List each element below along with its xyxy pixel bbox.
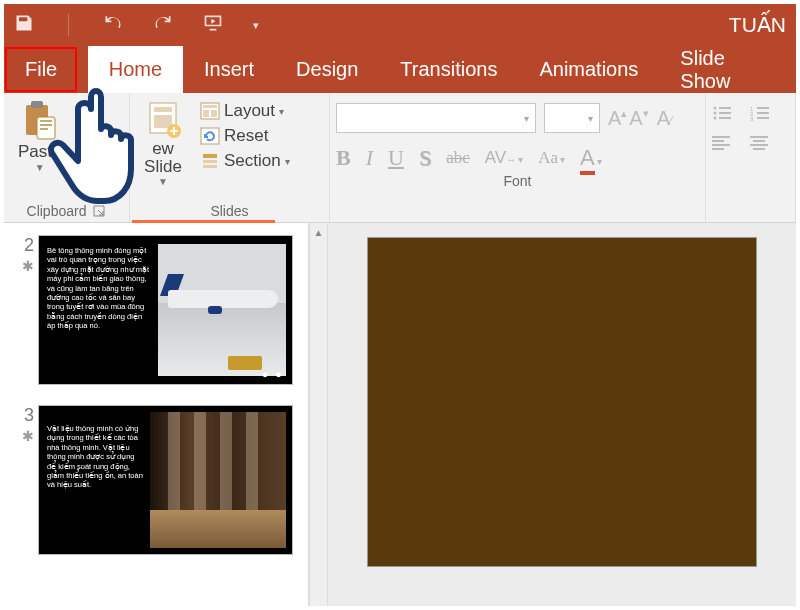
chevron-down-icon: ▼ xyxy=(158,176,168,187)
font-color-button[interactable]: A xyxy=(580,145,602,171)
slide2-image xyxy=(158,244,286,376)
tab-home[interactable]: Home xyxy=(88,46,183,93)
slide3-image xyxy=(150,412,286,548)
section-button[interactable]: Section▾ xyxy=(196,149,294,173)
svg-rect-24 xyxy=(757,107,769,109)
title-bar: ▾ TUẤN xyxy=(4,4,796,46)
svg-rect-33 xyxy=(750,136,768,138)
tab-design[interactable]: Design xyxy=(275,46,379,93)
svg-rect-36 xyxy=(753,148,765,150)
svg-rect-31 xyxy=(712,144,730,146)
svg-rect-32 xyxy=(712,148,724,150)
paste-label: Paste xyxy=(18,142,61,162)
animation-star-icon: ✱ xyxy=(10,428,34,444)
new-slide-label: ew Slide xyxy=(144,140,182,176)
svg-rect-29 xyxy=(712,136,730,138)
separator xyxy=(68,14,69,36)
svg-rect-30 xyxy=(712,140,724,142)
numbering-icon[interactable]: 123 xyxy=(750,105,770,121)
align-center-icon[interactable] xyxy=(750,135,770,151)
layout-button[interactable]: Layout▾ xyxy=(196,99,294,123)
shrink-font-icon[interactable]: A▾ xyxy=(629,107,648,130)
align-left-icon[interactable] xyxy=(712,135,732,151)
svg-rect-22 xyxy=(719,117,731,119)
group-slides: ew Slide ▼ Layout▾ Reset Section▾ Slides xyxy=(130,93,330,222)
svg-text:3: 3 xyxy=(750,116,754,121)
thumbnail-slide-3[interactable]: 3✱ Vật liệu thông minh có ứng dụng trong… xyxy=(4,401,308,571)
undo-icon[interactable] xyxy=(103,13,123,37)
group-font: ▾ ▾ A▴ A▾ A⁄ B I U S abc AV↔ Aa A Font xyxy=(330,93,706,222)
bold-button[interactable]: B xyxy=(336,145,351,171)
tab-file[interactable]: File xyxy=(4,46,78,93)
slide2-text: Bê tông thông minh đóng một vai trò quan… xyxy=(47,246,151,330)
italic-button[interactable]: I xyxy=(366,145,373,171)
clear-formatting-icon[interactable]: A⁄ xyxy=(657,107,672,130)
svg-rect-12 xyxy=(211,110,217,117)
group-label-slides: Slides xyxy=(136,201,323,222)
scroll-up-icon[interactable]: ▲ xyxy=(310,223,327,241)
quick-access-toolbar: ▾ xyxy=(14,13,259,37)
svg-rect-15 xyxy=(203,160,217,163)
group-paragraph: 123 xyxy=(706,93,796,222)
font-name-combo[interactable]: ▾ xyxy=(336,103,536,133)
svg-point-21 xyxy=(714,117,717,120)
svg-rect-16 xyxy=(203,165,217,168)
svg-rect-1 xyxy=(31,101,43,108)
svg-point-4 xyxy=(91,118,97,124)
slide-number: 3 xyxy=(24,405,34,425)
tab-insert[interactable]: Insert xyxy=(183,46,275,93)
reset-button[interactable]: Reset xyxy=(196,124,294,148)
start-from-beginning-icon[interactable] xyxy=(203,13,223,37)
slide-thumbnails-panel[interactable]: 2✱ Bê tông thông minh đóng một vai trò q… xyxy=(4,223,309,606)
dialog-launcher-icon[interactable] xyxy=(92,204,106,218)
animation-star-icon: ✱ xyxy=(10,258,34,274)
slide-editor[interactable] xyxy=(328,223,796,606)
group-label-font: Font xyxy=(336,171,699,192)
ribbon: Paste ▼ Clipboard ew Slide ▼ Layout▾ xyxy=(4,93,796,223)
tab-animations[interactable]: Animations xyxy=(518,46,659,93)
svg-rect-34 xyxy=(753,140,765,142)
change-case-button[interactable]: Aa xyxy=(538,148,565,168)
grow-font-icon[interactable]: A▴ xyxy=(608,107,627,130)
svg-point-17 xyxy=(714,107,717,110)
svg-rect-20 xyxy=(719,112,731,114)
font-size-combo[interactable]: ▾ xyxy=(544,103,600,133)
tab-slideshow[interactable]: Slide Show xyxy=(659,46,796,93)
group-label-clipboard: Clipboard xyxy=(10,201,123,222)
slide-nav-dots: ● ● xyxy=(262,368,284,380)
chevron-down-icon: ▼ xyxy=(35,162,45,173)
svg-rect-28 xyxy=(757,117,769,119)
new-slide-button[interactable]: ew Slide ▼ xyxy=(136,97,190,187)
svg-point-3 xyxy=(80,118,86,124)
tab-transitions[interactable]: Transitions xyxy=(379,46,518,93)
slide-number: 2 xyxy=(24,235,34,255)
redo-icon[interactable] xyxy=(153,13,173,37)
svg-rect-18 xyxy=(719,107,731,109)
svg-rect-26 xyxy=(757,112,769,114)
svg-rect-35 xyxy=(750,144,768,146)
thumbnail-scrollbar[interactable]: ▲ xyxy=(309,223,328,606)
svg-point-19 xyxy=(714,112,717,115)
thumbnail-slide-2[interactable]: 2✱ Bê tông thông minh đóng một vai trò q… xyxy=(4,231,308,401)
workspace: 2✱ Bê tông thông minh đóng một vai trò q… xyxy=(4,223,796,606)
group-clipboard: Paste ▼ Clipboard xyxy=(4,93,130,222)
svg-rect-11 xyxy=(203,110,209,117)
qat-customize-icon[interactable]: ▾ xyxy=(253,19,259,32)
paste-button[interactable]: Paste ▼ xyxy=(10,97,69,173)
save-icon[interactable] xyxy=(14,13,34,37)
ribbon-tabs: File Home Insert Design Transitions Anim… xyxy=(4,46,796,93)
svg-rect-14 xyxy=(203,154,217,158)
cut-icon[interactable] xyxy=(77,103,99,129)
svg-rect-6 xyxy=(154,107,172,112)
char-spacing-button[interactable]: AV↔ xyxy=(485,148,523,168)
document-user: TUẤN xyxy=(729,13,786,37)
svg-rect-10 xyxy=(203,105,217,108)
strikethrough-button[interactable]: abc xyxy=(446,148,470,168)
underline-button[interactable]: U xyxy=(388,145,404,171)
slide3-text: Vật liệu thông minh có ứng dụng trong th… xyxy=(47,424,145,490)
text-shadow-button[interactable]: S xyxy=(419,145,431,171)
active-group-underline xyxy=(132,220,275,223)
bullets-icon[interactable] xyxy=(712,105,732,121)
svg-rect-13 xyxy=(201,128,219,144)
current-slide[interactable] xyxy=(367,237,757,567)
